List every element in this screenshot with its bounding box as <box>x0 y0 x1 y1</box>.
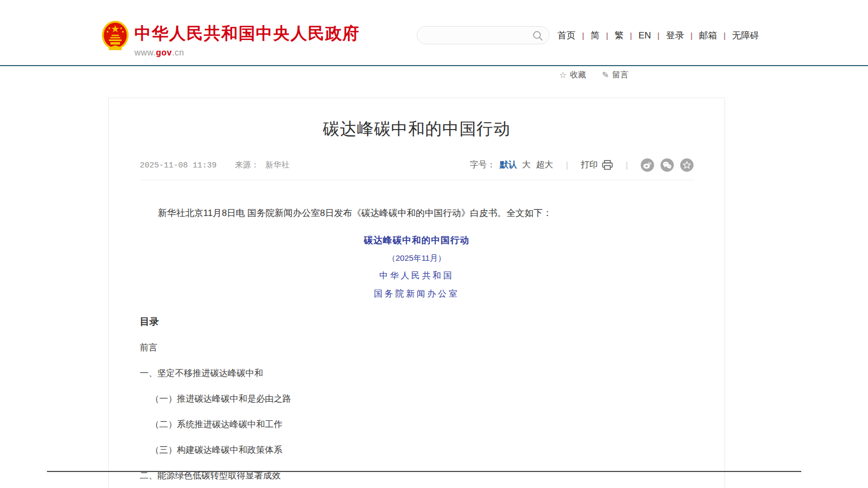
print-label: 打印 <box>581 159 598 171</box>
toc-heading: 目录 <box>140 315 694 328</box>
toc-item: （三）构建碳达峰碳中和政策体系 <box>140 444 694 456</box>
search-box <box>417 26 550 44</box>
nav-traditional[interactable]: 繁 <box>615 29 624 42</box>
toc-item: （一）推进碳达峰碳中和是必由之路 <box>140 393 694 405</box>
document-author-line-1: 中华人民共和国 <box>140 270 694 282</box>
header-divider-line <box>0 65 868 66</box>
collect-label: 收藏 <box>570 70 586 80</box>
document-title: 碳达峰碳中和的中国行动 <box>140 234 694 246</box>
meta-separator: | <box>626 161 628 170</box>
nav-separator: | <box>582 31 584 40</box>
star-outline-icon: ☆ <box>559 70 567 80</box>
top-nav: 首页 | 简 | 繁 | EN | 登录 | 邮箱 | 无障碍 <box>558 29 759 42</box>
article-meta-left: 2025-11-08 11:39 来源： 新华社 <box>140 160 289 170</box>
search-input[interactable] <box>417 27 549 44</box>
nav-separator: | <box>690 31 692 40</box>
nav-separator: | <box>723 31 726 40</box>
toc-item: （二）系统推进碳达峰碳中和工作 <box>140 419 694 430</box>
article-actions: ☆ 收藏 ✎ 留言 <box>559 70 628 80</box>
search-icon[interactable] <box>532 30 543 41</box>
publish-date: 2025-11-08 11:39 <box>140 161 217 170</box>
article-title: 碳达峰碳中和的中国行动 <box>109 118 724 140</box>
font-size-label: 字号： <box>470 159 496 171</box>
nav-separator: | <box>606 31 608 40</box>
weibo-share-icon[interactable] <box>641 158 654 172</box>
nav-english[interactable]: EN <box>639 30 651 41</box>
star-share-icon[interactable] <box>680 158 694 172</box>
wechat-share-icon[interactable] <box>660 158 674 172</box>
message-button[interactable]: ✎ 留言 <box>602 70 628 80</box>
font-size-large-button[interactable]: 大 <box>522 159 531 171</box>
nav-home[interactable]: 首页 <box>558 29 576 42</box>
toc-list: 前言一、坚定不移推进碳达峰碳中和（一）推进碳达峰碳中和是必由之路（二）系统推进碳… <box>140 342 694 488</box>
site-identity: 中华人民共和国中央人民政府 www.gov.cn <box>134 22 360 58</box>
nav-simplified[interactable]: 简 <box>591 29 600 42</box>
meta-separator: | <box>566 161 568 170</box>
url-cn: .cn <box>172 48 184 57</box>
viewport-bottom-edge-line <box>47 471 801 472</box>
lead-paragraph: 新华社北京11月8日电 国务院新闻办公室8日发布《碳达峰碳中和的中国行动》白皮书… <box>140 206 694 220</box>
source-name: 新华社 <box>265 160 289 169</box>
article-body: 新华社北京11月8日电 国务院新闻办公室8日发布《碳达峰碳中和的中国行动》白皮书… <box>140 206 694 488</box>
article-meta-right: 字号： 默认 大 超大 | 打印 | <box>470 158 694 172</box>
nav-accessibility[interactable]: 无障碍 <box>732 29 759 42</box>
article-card: 碳达峰碳中和的中国行动 2025-11-08 11:39 来源： 新华社 字号：… <box>108 98 725 488</box>
toc-item: 前言 <box>140 342 694 354</box>
site-title: 中华人民共和国中央人民政府 <box>134 22 360 45</box>
printer-icon <box>602 160 613 170</box>
document-author-line-2: 国务院新闻办公室 <box>140 289 694 300</box>
national-emblem-logo[interactable] <box>101 20 129 51</box>
document-date: （2025年11月） <box>140 253 694 263</box>
pencil-icon: ✎ <box>602 70 609 80</box>
font-size-default-button[interactable]: 默认 <box>500 159 517 171</box>
url-gov: gov <box>156 48 172 57</box>
font-size-xlarge-button[interactable]: 超大 <box>536 159 553 171</box>
nav-separator: | <box>630 31 632 40</box>
toc-item: 一、坚定不移推进碳达峰碳中和 <box>140 367 694 379</box>
site-header: 中华人民共和国中央人民政府 www.gov.cn 首页 | 简 | 繁 | EN… <box>0 0 868 65</box>
nav-login[interactable]: 登录 <box>666 29 684 42</box>
print-button[interactable]: 打印 <box>581 159 613 171</box>
page: { "header": { "site_title": "中华人民共和国中央人民… <box>0 0 868 488</box>
url-www: www. <box>134 48 156 57</box>
share-buttons <box>641 158 694 172</box>
collect-button[interactable]: ☆ 收藏 <box>559 70 586 80</box>
site-url[interactable]: www.gov.cn <box>134 48 360 58</box>
nav-mail[interactable]: 邮箱 <box>699 29 717 42</box>
source-label: 来源： <box>235 160 259 169</box>
nav-separator: | <box>657 31 659 40</box>
article-meta-bar: 2025-11-08 11:39 来源： 新华社 字号： 默认 大 超大 | 打… <box>140 158 694 180</box>
message-label: 留言 <box>612 70 628 80</box>
